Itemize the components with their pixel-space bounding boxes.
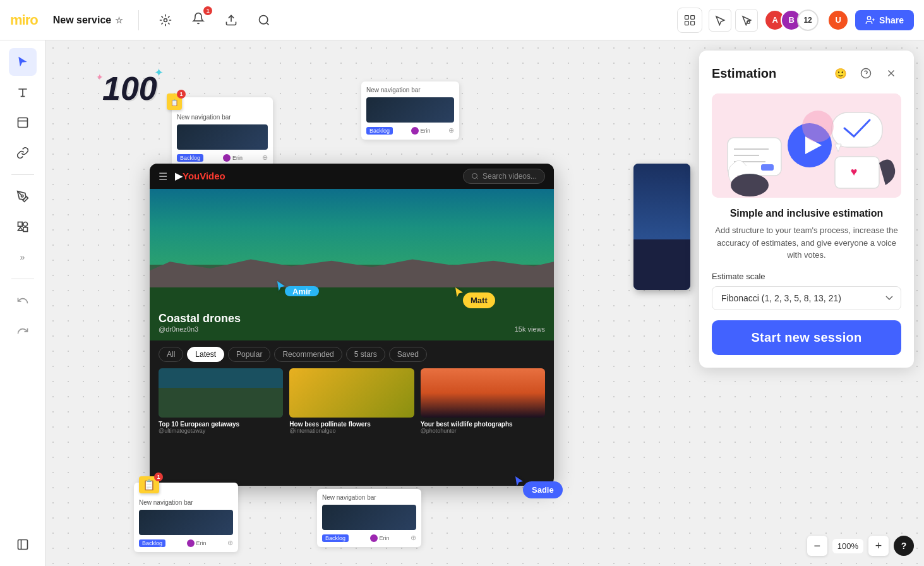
notifications-button[interactable]: 1 bbox=[187, 9, 210, 32]
frame-corner-icon-2: ⊕ bbox=[448, 126, 454, 135]
panel-illustration: ♥ bbox=[712, 93, 901, 198]
tool-bottom bbox=[9, 531, 37, 558]
sparkle-icon-2: ✦ bbox=[96, 72, 104, 82]
video-app-frame: ☰ ▶YouVideo Search videos... Coastal dro… bbox=[150, 164, 554, 486]
undo-button[interactable] bbox=[9, 287, 37, 315]
svg-rect-15 bbox=[18, 222, 22, 227]
frame-thumb-4 bbox=[322, 505, 416, 530]
frame-title-4: New navigation bar bbox=[322, 494, 416, 501]
board-title: New service ☆ bbox=[53, 15, 124, 26]
thumb-img-3 bbox=[421, 368, 545, 418]
search-placeholder: Search videos... bbox=[483, 172, 537, 181]
frame-user-4: Erin bbox=[370, 534, 390, 542]
svg-text:♥: ♥ bbox=[851, 166, 858, 178]
panel-title: Estimation bbox=[712, 66, 776, 81]
cursor-tool-2[interactable] bbox=[735, 9, 758, 32]
filter-5stars[interactable]: 5 stars bbox=[346, 347, 385, 362]
svg-point-39 bbox=[802, 111, 834, 142]
side-video-thumb bbox=[633, 164, 690, 290]
search-button[interactable] bbox=[253, 9, 275, 32]
filter-all[interactable]: All bbox=[159, 347, 183, 362]
sticky-icon-3: 📋 bbox=[143, 479, 155, 490]
miro-logo: miro bbox=[10, 12, 38, 28]
frame-title-2: New navigation bar bbox=[366, 87, 454, 93]
start-session-button[interactable]: Start new session bbox=[712, 320, 901, 355]
cursor-tool-buttons bbox=[709, 9, 758, 32]
filter-popular[interactable]: Popular bbox=[228, 347, 270, 362]
frame-card-2: New navigation bar Backlog Erin ⊕ bbox=[361, 81, 459, 140]
hamburger-icon[interactable]: ☰ bbox=[159, 171, 167, 183]
svg-rect-4 bbox=[685, 15, 689, 19]
score-display: 100 bbox=[102, 72, 157, 105]
cursor-amir-container: Amir bbox=[276, 280, 287, 296]
zoom-level: 100% bbox=[832, 539, 863, 553]
svg-line-21 bbox=[476, 178, 477, 179]
share-label: Share bbox=[879, 15, 904, 25]
close-panel-button[interactable] bbox=[881, 63, 901, 83]
frame-thumb-1 bbox=[177, 124, 268, 150]
filter-latest[interactable]: Latest bbox=[187, 347, 224, 362]
thumb-channel-1: @ultimategetaway bbox=[159, 428, 283, 434]
link-tool[interactable] bbox=[9, 139, 37, 167]
svg-rect-18 bbox=[18, 540, 27, 550]
frame-user-2: Erin bbox=[411, 127, 431, 135]
more-tools[interactable]: » bbox=[9, 243, 37, 271]
svg-point-32 bbox=[731, 174, 769, 196]
frame-footer-2: Backlog Erin ⊕ bbox=[366, 126, 454, 135]
share-button[interactable]: Share bbox=[855, 10, 914, 30]
panel-toggle[interactable] bbox=[9, 531, 37, 558]
zoom-in-button[interactable]: + bbox=[868, 536, 889, 556]
emoji-button[interactable]: 🙂 bbox=[831, 63, 851, 83]
thumb-img-2 bbox=[289, 368, 414, 418]
zoom-out-button[interactable]: − bbox=[807, 536, 827, 556]
frame-card-1: 📋 1 New navigation bar Backlog Erin ⊕ bbox=[172, 97, 273, 167]
text-tool[interactable] bbox=[9, 78, 37, 106]
thumb-title-2: How bees pollinate flowers bbox=[289, 421, 414, 428]
hero-info: Coastal drones @dr0nez0n3 bbox=[159, 312, 241, 333]
help-panel-button[interactable] bbox=[856, 63, 876, 83]
thumb-img-1 bbox=[159, 368, 283, 418]
score-element: ✦ ✦ 100 bbox=[102, 72, 157, 105]
pen-tool[interactable] bbox=[9, 183, 37, 210]
star-icon[interactable]: ☆ bbox=[115, 15, 123, 25]
nav-right: A B 12 U Share bbox=[677, 8, 914, 33]
frame-tag-4: Backlog bbox=[322, 534, 349, 542]
redo-button[interactable] bbox=[9, 317, 37, 345]
frame-badge-3: 1 bbox=[154, 473, 163, 481]
cursor-amir-label: Amir bbox=[285, 286, 319, 296]
hero-video: Coastal drones @dr0nez0n3 15k views Amir… bbox=[150, 189, 554, 340]
filter-recommended[interactable]: Recommended bbox=[274, 347, 342, 362]
svg-point-0 bbox=[164, 18, 167, 21]
svg-point-14 bbox=[21, 195, 23, 197]
frame-corner-icon-1: ⊕ bbox=[262, 154, 268, 162]
frame-title-1: New navigation bar bbox=[177, 114, 268, 121]
panel-desc-text: Add structure to your team's process, in… bbox=[712, 224, 901, 262]
cursor-tool-1[interactable] bbox=[709, 9, 731, 32]
svg-point-20 bbox=[472, 174, 477, 179]
filter-saved[interactable]: Saved bbox=[389, 347, 427, 362]
estimation-illustration: ♥ bbox=[712, 93, 901, 198]
board-name: New service bbox=[53, 15, 112, 26]
frame-tag-1: Backlog bbox=[177, 154, 203, 162]
frame-user-1: Erin bbox=[223, 154, 243, 162]
export-button[interactable] bbox=[220, 9, 243, 32]
svg-point-9 bbox=[867, 16, 870, 20]
cursor-matt-label: Matt bbox=[463, 292, 495, 308]
panel-icon-group: 🙂 bbox=[831, 63, 901, 83]
video-app-nav: ☰ ▶YouVideo Search videos... bbox=[150, 164, 554, 189]
help-button[interactable]: ? bbox=[894, 536, 914, 556]
frame-corner-icon-3: ⊕ bbox=[227, 539, 233, 547]
select-tool[interactable] bbox=[9, 48, 37, 76]
hero-channel: @dr0nez0n3 bbox=[159, 325, 241, 333]
tool-divider-1 bbox=[11, 174, 34, 175]
scale-select[interactable]: Fibonacci (1, 2, 3, 5, 8, 13, 21) T-Shir… bbox=[712, 286, 901, 310]
video-search-bar[interactable]: Search videos... bbox=[463, 169, 545, 184]
hero-views: 15k views bbox=[515, 325, 545, 333]
thumb-item-3: Your best wildlife photographs @photohun… bbox=[421, 368, 545, 434]
thumb-title-1: Top 10 European getaways bbox=[159, 421, 283, 428]
settings-button[interactable] bbox=[154, 9, 177, 32]
sticky-tool[interactable] bbox=[9, 109, 37, 136]
frame-title-3: New navigation bar bbox=[139, 499, 233, 506]
shapes-tool[interactable] bbox=[9, 213, 37, 241]
apps-grid-button[interactable] bbox=[677, 8, 702, 33]
